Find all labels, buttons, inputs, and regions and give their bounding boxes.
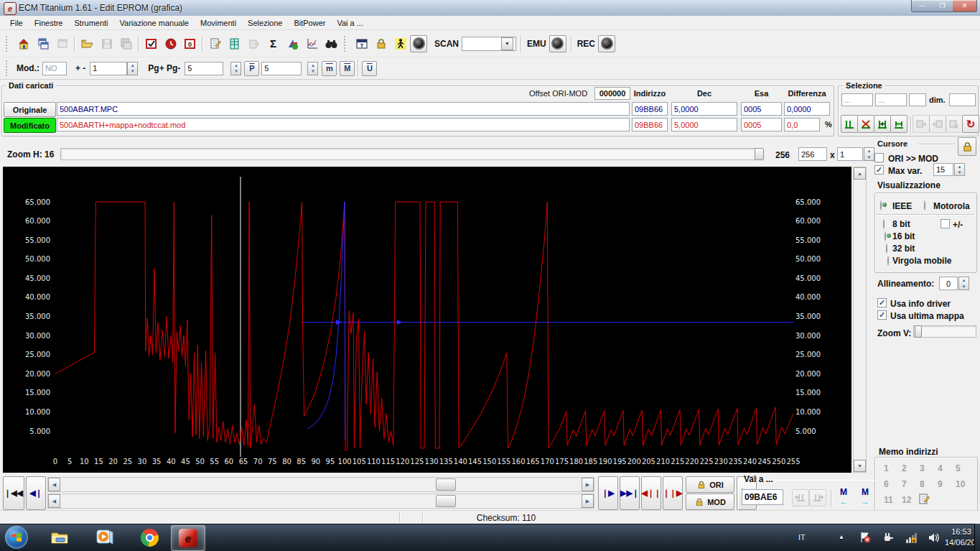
refresh-selection-button[interactable]: ↻ <box>962 115 979 133</box>
mod-diff-field[interactable]: 0,0 <box>784 118 820 131</box>
min-button[interactable]: m <box>322 61 337 76</box>
modificato-button[interactable]: Modificato <box>4 118 56 133</box>
zoom-v-slider-thumb[interactable] <box>915 325 922 338</box>
originale-button[interactable]: Originale <box>4 102 56 117</box>
action-center-icon[interactable] <box>859 531 872 545</box>
volume-icon[interactable] <box>928 532 941 545</box>
menu-item-vai-a[interactable]: Vai a ... <box>331 17 368 29</box>
mod-lock-button[interactable]: MOD <box>686 494 734 510</box>
graph-button[interactable] <box>302 34 322 53</box>
dim-field[interactable] <box>949 93 976 106</box>
scroll-up-icon[interactable]: ▲ <box>854 167 866 180</box>
chart-vertical-scrollbar[interactable]: ▲ ▼ <box>853 167 867 473</box>
menu-item-bitpower[interactable]: BitPower <box>288 17 331 29</box>
zoom-h-slider-thumb[interactable] <box>755 148 764 160</box>
mod-esa-field[interactable]: 0005 <box>741 118 782 131</box>
maximize-button[interactable]: ❐ <box>932 0 953 12</box>
max-var-field[interactable]: 15 <box>933 163 953 176</box>
scroll-right-icon[interactable]: ▶ <box>582 494 594 508</box>
usa-ultima-mappa-checkbox[interactable]: ✓ <box>877 310 887 320</box>
status-led-button[interactable] <box>410 35 427 52</box>
16bit-radio[interactable] <box>885 231 886 241</box>
menu-item-selezione[interactable]: Selezione <box>242 17 288 29</box>
memo-notes-icon[interactable] <box>918 494 930 507</box>
mod-dec-field[interactable]: 5,0000 <box>671 118 737 131</box>
usa-info-driver-checkbox[interactable]: ✓ <box>877 298 887 307</box>
power-plug-icon[interactable] <box>882 531 895 545</box>
lock-button[interactable] <box>371 34 391 53</box>
next-diff-button[interactable]: ❘❘▶ <box>663 476 683 510</box>
originale-file-field[interactable]: 500ABART.MPC <box>57 102 630 116</box>
rec-led-button[interactable] <box>598 35 615 52</box>
undo-button[interactable]: U <box>362 61 377 76</box>
modificato-file-field[interactable]: 500ABARTH+mappa+nodtccat.mod <box>57 118 630 131</box>
ori-lock-button[interactable]: ORI <box>686 476 734 493</box>
pg-spinner[interactable]: ▲▼ <box>230 62 241 75</box>
step-field[interactable]: 1 <box>90 62 127 75</box>
offset-field[interactable]: 000000 <box>594 87 630 100</box>
menu-item-finestre[interactable]: Finestre <box>29 17 69 29</box>
prev-diff-button[interactable]: ◀❘❘ <box>641 476 661 510</box>
virgola-mobile-radio[interactable] <box>887 256 889 266</box>
multiplier-field[interactable]: 1 <box>837 147 863 161</box>
step-forward-button[interactable]: ❘▶ <box>598 476 618 510</box>
ori-mod-checkbox[interactable] <box>874 153 884 162</box>
scroll-down-icon[interactable]: ▼ <box>854 460 866 472</box>
ori-esa-field[interactable]: 0005 <box>741 102 782 116</box>
cancel-timer-button[interactable] <box>161 34 180 53</box>
confirm-button[interactable] <box>141 34 161 53</box>
allineamento-field[interactable]: 0 <box>939 277 958 290</box>
go-first-button[interactable]: ❘◀◀ <box>3 476 24 510</box>
taskbar-chrome[interactable] <box>135 525 164 550</box>
text-window-button[interactable]: T <box>352 34 371 53</box>
select-add-button[interactable] <box>874 115 891 133</box>
sum-button[interactable]: Σ <box>263 34 283 53</box>
table-view-button[interactable] <box>225 34 244 53</box>
menu-item-variazione-manuale[interactable]: Variazione manuale <box>114 17 195 29</box>
shapes-button[interactable] <box>283 34 302 53</box>
windows-copy-button[interactable] <box>33 34 52 53</box>
ori-diff-field[interactable]: 0,0000 <box>784 102 830 116</box>
go-last-button[interactable]: ▶▶❘ <box>620 476 640 510</box>
selezione-end-field[interactable]: ... <box>875 93 907 106</box>
step-spinner[interactable]: ▲▼ <box>127 62 138 75</box>
toolbar-grip[interactable] <box>6 36 11 52</box>
select-cross-button[interactable] <box>857 115 874 133</box>
8bit-radio[interactable] <box>883 219 885 229</box>
plus-minus-checkbox[interactable] <box>941 219 950 228</box>
p-value-field[interactable]: 5 <box>261 62 302 75</box>
scrollbar-mod[interactable]: ◀ ▶ <box>47 494 594 509</box>
ori-dec-field[interactable]: 5,0000 <box>671 102 737 116</box>
ieee-radio[interactable] <box>880 200 882 210</box>
cursor-lock-button[interactable] <box>958 137 976 156</box>
tray-expand-icon[interactable]: ▲ <box>839 534 844 540</box>
scrollbar-thumb[interactable] <box>436 478 456 491</box>
emu-led-button[interactable] <box>549 35 566 52</box>
allineamento-spinner[interactable]: ▲▼ <box>958 277 969 290</box>
jump-forward-button[interactable]: M→ <box>856 487 874 506</box>
close-button[interactable]: ✕ <box>953 0 977 12</box>
jump-back-button[interactable]: M← <box>834 487 853 506</box>
scrollbar-ori[interactable]: ◀ ▶ <box>47 477 594 492</box>
select-begin-button[interactable] <box>841 115 858 133</box>
p-spinner[interactable]: ▲▼ <box>307 62 318 75</box>
toolbar-grip[interactable] <box>344 36 349 52</box>
home-button[interactable] <box>14 34 33 53</box>
menu-item-file[interactable]: File <box>4 17 29 29</box>
length-field[interactable]: 256 <box>798 147 827 161</box>
selezione-count-field[interactable] <box>909 93 926 106</box>
open-file-button[interactable] <box>78 34 97 53</box>
max-var-checkbox[interactable]: ✓ <box>874 165 884 175</box>
scroll-left-icon[interactable]: ◀ <box>48 494 60 508</box>
find-button[interactable] <box>322 34 341 53</box>
max-var-spinner[interactable]: ▲▼ <box>954 163 965 176</box>
p-button[interactable]: P <box>244 61 259 76</box>
select-width-button[interactable] <box>890 115 907 133</box>
reset-zero-button[interactable]: 0 <box>180 34 200 53</box>
eprom-graph[interactable]: 5.0005.00010.00010.00015.00015.00020.000… <box>3 167 851 473</box>
chevron-down-icon[interactable]: ▼ <box>501 37 513 50</box>
zoom-h-slider[interactable] <box>60 148 755 160</box>
32bit-radio[interactable] <box>886 244 887 254</box>
mod-indirizzo-field[interactable]: 09BB66 <box>632 118 668 131</box>
clock[interactable]: 16:5314/06/2018 <box>945 527 978 548</box>
